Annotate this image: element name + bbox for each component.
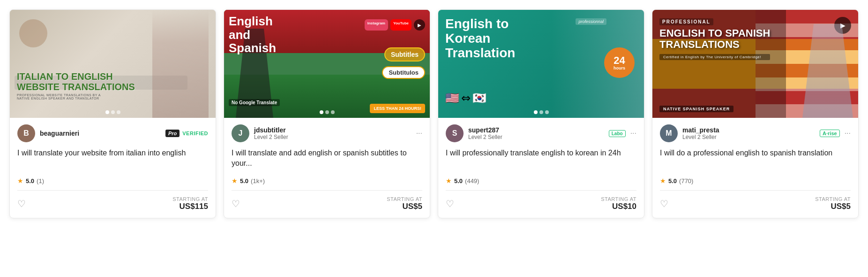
card-3-price: US$10 <box>601 202 636 211</box>
card-1-price-section: STARTING AT US$115 <box>172 196 208 211</box>
dot-1-3 <box>117 110 120 114</box>
card-4-seller-name[interactable]: mati_presta <box>682 126 815 134</box>
card-1-avatar: B <box>17 124 35 142</box>
card-2-subtitulos-badge: Subtitulos <box>382 66 425 79</box>
card-3-seller-level: Level 2 Seller <box>468 134 604 140</box>
card-3-flags: 🇺🇸 ⇔ 🇰🇷 <box>445 92 486 105</box>
card-1-starting-at: STARTING AT <box>172 196 208 202</box>
dot-2-3 <box>331 110 335 114</box>
card-2-dots <box>320 110 335 114</box>
card-4-title-text: I will do a professional english to span… <box>660 148 851 171</box>
card-2-heart-button[interactable]: ♡ <box>232 198 240 209</box>
card-4-body: M mati_presta Level 2 Seller A·rise ··· … <box>652 118 858 218</box>
card-4-heart-button[interactable]: ♡ <box>660 198 668 209</box>
card-3-menu-dots[interactable]: ··· <box>630 129 636 138</box>
dot-1-1 <box>105 110 109 114</box>
card-1-body: B beaguarnieri Pro VERIFIED I will trans… <box>10 118 216 218</box>
card-1-count: (1) <box>37 177 44 185</box>
card-2-seller-name[interactable]: jdsubtitler <box>254 126 412 134</box>
card-1-bg: ITALIAN TO ENGLISH WEBSITE TRANSLATIONS … <box>10 10 216 118</box>
card-2-bg: English and Spanish Subtitles Subtitulos… <box>224 10 430 118</box>
card-4-star: ★ <box>660 177 666 185</box>
card-2-image[interactable]: English and Spanish Subtitles Subtitulos… <box>224 10 430 118</box>
card-4-seller-row: M mati_presta Level 2 Seller A·rise ··· <box>660 124 851 142</box>
dot-3-1 <box>534 110 538 114</box>
card-4-menu-dots[interactable]: ··· <box>845 129 851 138</box>
card-2-body: J jdsubtitler Level 2 Seller ··· I will … <box>224 118 430 218</box>
card-1-rating: ★ 5.0 (1) <box>17 177 208 185</box>
card-3-seller-name[interactable]: supert287 <box>468 126 604 134</box>
card-1-seller-name[interactable]: beaguarnieri <box>40 130 161 137</box>
card-3-star: ★ <box>446 177 452 185</box>
card-3-badge-labo: Labo <box>609 130 626 137</box>
card-3: English to Korean Translation profession… <box>438 9 644 218</box>
dot-2-2 <box>325 110 329 114</box>
card-2-badge: LESS THAN 24 HOURS! <box>370 104 425 113</box>
card-1: ITALIAN TO ENGLISH WEBSITE TRANSLATIONS … <box>9 9 216 218</box>
card-3-bg: English to Korean Translation profession… <box>438 10 644 118</box>
card-2-price: US$5 <box>387 202 422 211</box>
card-3-starting-at: STARTING AT <box>601 196 636 202</box>
card-1-badge-verified: VERIFIED <box>182 131 208 136</box>
card-1-score: 5.0 <box>26 177 34 185</box>
card-3-body: S supert287 Level 2 Seller Labo ··· I wi… <box>438 118 644 218</box>
dot-2-1 <box>320 110 323 114</box>
card-2-social-icons: Instagram YouTube ▶ <box>365 19 425 31</box>
card-4-price: US$5 <box>815 202 851 211</box>
card-4-starting-at: STARTING AT <box>815 196 851 202</box>
card-1-seller-row: B beaguarnieri Pro VERIFIED <box>17 124 208 142</box>
card-4: ▶ PROFESSIONAL ENGLISH TO SPANISH TRANSL… <box>652 9 859 218</box>
play-icon-small: ▶ <box>414 19 425 31</box>
card-3-image[interactable]: English to Korean Translation profession… <box>438 10 644 118</box>
card-3-image-title: English to Korean Translation <box>445 17 515 60</box>
card-4-image-text: PROFESSIONAL ENGLISH TO SPANISH TRANSLAT… <box>659 17 770 60</box>
card-2-rating: ★ 5.0 (1k+) <box>232 177 422 185</box>
card-3-footer: ♡ STARTING AT US$10 <box>446 190 636 211</box>
card-4-rating: ★ 5.0 (770) <box>660 177 851 185</box>
card-3-avatar: S <box>446 124 464 142</box>
card-1-heart-button[interactable]: ♡ <box>17 198 26 209</box>
card-2-title-text: I will translate and add english or span… <box>232 148 422 171</box>
card-2-subtitles-badge: Subtitles <box>384 47 425 62</box>
card-1-image[interactable]: ITALIAN TO ENGLISH WEBSITE TRANSLATIONS … <box>10 10 216 118</box>
us-flag: 🇺🇸 <box>445 92 459 105</box>
dot-1-2 <box>111 110 115 114</box>
card-2-nogoogle: No Google Translate <box>229 99 280 106</box>
card-4-score: 5.0 <box>668 177 677 185</box>
card-2-menu-dots[interactable]: ··· <box>416 129 422 138</box>
card-1-badge-pro: Pro <box>165 130 180 137</box>
dot-3-3 <box>545 110 549 114</box>
card-2-star: ★ <box>232 177 238 185</box>
card-1-image-title: ITALIAN TO ENGLISH WEBSITE TRANSLATIONS <box>17 71 135 92</box>
card-2-avatar: J <box>232 124 249 142</box>
card-4-seller-level: Level 2 Seller <box>682 134 815 140</box>
card-2-seller-level: Level 2 Seller <box>254 134 412 140</box>
card-3-count: (449) <box>465 177 479 185</box>
card-4-image[interactable]: ▶ PROFESSIONAL ENGLISH TO SPANISH TRANSL… <box>652 10 858 118</box>
card-4-arise-badge: A·rise <box>820 130 840 137</box>
card-1-star: ★ <box>17 177 23 185</box>
card-3-heart-button[interactable]: ♡ <box>446 198 454 209</box>
card-3-badges: Labo <box>609 130 626 137</box>
card-4-count: (770) <box>679 177 693 185</box>
dot-3-2 <box>539 110 543 114</box>
card-4-price-section: STARTING AT US$5 <box>815 196 851 211</box>
card-1-image-subtitle: PROFESSIONAL WEBSITE TRANSLATIONS BY A N… <box>17 93 111 100</box>
card-4-professional-label: PROFESSIONAL <box>659 18 713 25</box>
card-3-dots <box>534 110 549 114</box>
card-2-starting-at: STARTING AT <box>387 196 422 202</box>
card-1-price: US$115 <box>172 202 208 211</box>
card-2: English and Spanish Subtitles Subtitulos… <box>224 9 430 218</box>
card-1-footer: ♡ STARTING AT US$115 <box>17 190 208 211</box>
card-2-score: 5.0 <box>240 177 248 185</box>
card-3-seller-info: supert287 Level 2 Seller <box>468 126 604 140</box>
card-4-main-title: ENGLISH TO SPANISH TRANSLATIONS <box>659 28 770 50</box>
card-4-badges: A·rise <box>820 130 840 137</box>
card-1-dots <box>105 110 120 114</box>
card-2-seller-row: J jdsubtitler Level 2 Seller ··· <box>232 124 422 142</box>
instagram-icon: Instagram <box>365 19 388 31</box>
card-4-seller-info: mati_presta Level 2 Seller <box>682 126 815 140</box>
card-3-rating: ★ 5.0 (449) <box>446 177 636 185</box>
card-3-seller-row: S supert287 Level 2 Seller Labo ··· <box>446 124 636 142</box>
card-4-bg: ▶ PROFESSIONAL ENGLISH TO SPANISH TRANSL… <box>652 10 858 118</box>
